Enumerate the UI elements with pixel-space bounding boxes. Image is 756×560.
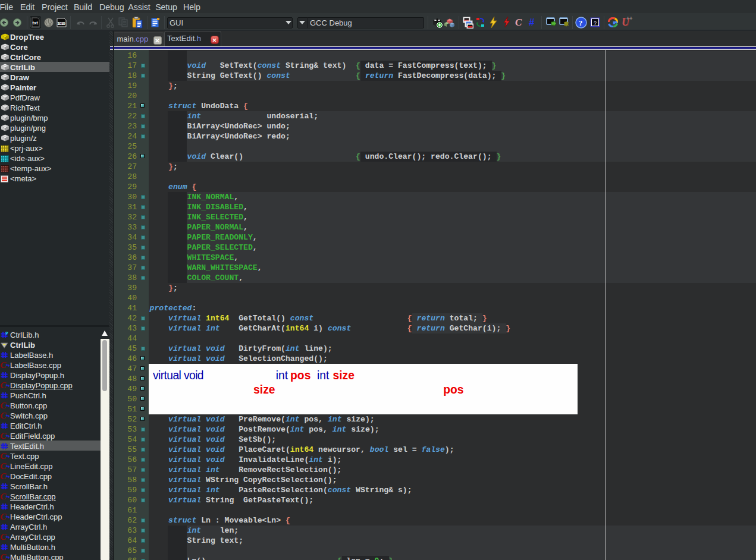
svg-text:C: C [1, 411, 7, 420]
svg-text:txt: txt [32, 20, 38, 26]
svg-text:C: C [1, 472, 7, 480]
svg-text:?: ? [594, 20, 597, 26]
svg-text:?: ? [579, 18, 583, 27]
svg-text:C: C [1, 533, 7, 541]
svg-text:C: C [1, 381, 7, 389]
svg-text:P: P [5, 331, 8, 336]
svg-text:C: C [1, 361, 7, 369]
svg-text:1010: 1010 [57, 21, 65, 26]
svg-text:C: C [1, 462, 7, 470]
svg-text:C: C [1, 512, 7, 521]
svg-text:C: C [1, 452, 7, 460]
svg-text:C: C [1, 553, 7, 560]
svg-text:C: C [1, 401, 7, 410]
svg-text:C: C [1, 492, 7, 501]
svg-text:C: C [1, 432, 7, 440]
